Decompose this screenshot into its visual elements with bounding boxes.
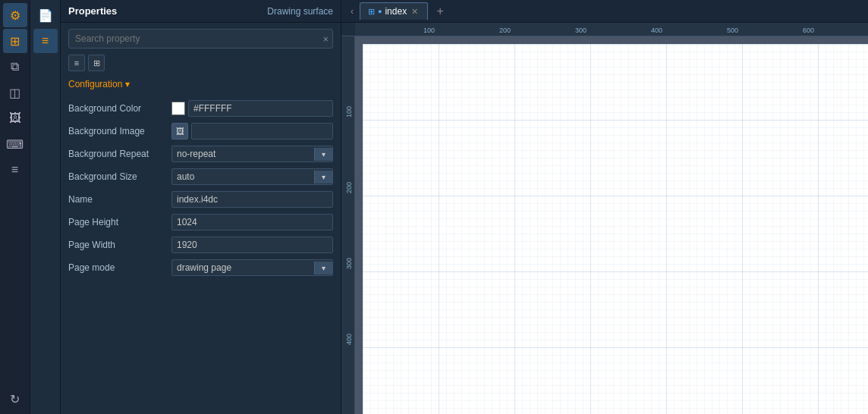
page-height-row: Page Height xyxy=(61,211,341,234)
ruler-tick-500: 500 xyxy=(727,27,738,34)
tab-index[interactable]: ⊞ ● index ✕ xyxy=(360,2,428,20)
page-width-row: Page Width xyxy=(61,234,341,256)
properties-subtitle: Drawing surface xyxy=(267,6,333,17)
bg-color-swatch[interactable] xyxy=(171,102,185,115)
view-icons: ≡ ⊞ xyxy=(61,55,341,76)
tab-index-close[interactable]: ✕ xyxy=(410,7,420,17)
page-height-control xyxy=(171,214,333,231)
ruler-left: 100 200 300 400 xyxy=(341,36,355,414)
ruler-tick-100: 100 xyxy=(423,27,435,34)
second-toolbar: 📄 ≡ xyxy=(30,0,61,414)
configuration-label[interactable]: Configuration ▾ xyxy=(68,79,333,89)
properties-list: Background Color Background Image 🖼 Back… xyxy=(61,94,341,414)
ruler-top: 100 200 300 400 500 600 700 xyxy=(341,23,868,36)
bg-repeat-label: Background Repeat xyxy=(68,149,167,159)
bg-repeat-arrow[interactable]: ▾ xyxy=(314,148,332,161)
grid-view-button[interactable]: ⊞ xyxy=(88,55,105,71)
bg-color-row: Background Color xyxy=(61,97,341,120)
bg-repeat-value: no-repeat xyxy=(172,146,314,162)
tab-back-arrow[interactable]: ‹ xyxy=(344,2,360,20)
page-mode-label: Page mode xyxy=(68,262,167,273)
properties-panel: Properties Drawing surface × ≡ ⊞ Configu… xyxy=(61,0,341,414)
bg-repeat-control: no-repeat ▾ xyxy=(171,146,333,162)
data-icon[interactable]: ≡ xyxy=(3,158,27,182)
bg-color-control xyxy=(171,100,333,117)
name-control xyxy=(171,191,333,208)
assets-icon[interactable]: 🖼 xyxy=(3,106,27,130)
name-input[interactable] xyxy=(171,191,333,208)
bg-color-label: Background Color xyxy=(68,103,167,114)
layers-icon[interactable]: ⧉ xyxy=(3,55,27,79)
search-container: × xyxy=(61,23,341,55)
bg-color-input[interactable] xyxy=(188,100,333,117)
bg-repeat-select[interactable]: no-repeat ▾ xyxy=(171,146,333,162)
refresh-icon[interactable]: ↻ xyxy=(3,387,27,411)
file-icon[interactable]: 📄 xyxy=(33,3,58,27)
search-clear-button[interactable]: × xyxy=(322,33,329,45)
tab-index-label: index xyxy=(385,6,407,17)
page-width-control xyxy=(171,237,333,253)
bg-size-arrow[interactable]: ▾ xyxy=(314,171,332,183)
page-mode-value: drawing page xyxy=(172,260,314,275)
bg-repeat-row: Background Repeat no-repeat ▾ xyxy=(61,143,341,165)
page-height-label: Page Height xyxy=(68,217,167,227)
name-label: Name xyxy=(68,194,167,205)
tab-add-button[interactable]: + xyxy=(431,2,449,20)
page-width-label: Page Width xyxy=(68,240,167,250)
canvas-area: 100 200 300 400 500 600 700 100 200 300 … xyxy=(341,23,868,414)
left-toolbar: ⚙ ⊞ ⧉ ◫ 🖼 ⌨ ≡ ↻ xyxy=(0,0,30,414)
page-mode-row: Page mode drawing page ▾ xyxy=(61,256,341,279)
bg-image-control: 🖼 xyxy=(171,123,333,140)
configuration-text: Configuration xyxy=(68,79,122,89)
ruler-tick-600: 600 xyxy=(803,27,814,34)
bg-image-label: Background Image xyxy=(68,126,167,136)
main-content: ‹ ⊞ ● index ✕ + 100 200 300 400 500 600 … xyxy=(341,0,868,414)
configuration-section: Configuration ▾ xyxy=(61,76,341,94)
ruler-tick-200: 200 xyxy=(499,27,511,34)
ruler-tick-v-400: 400 xyxy=(345,334,353,345)
configuration-arrow: ▾ xyxy=(125,79,130,89)
properties-header: Properties Drawing surface xyxy=(61,0,341,23)
bg-size-value: auto xyxy=(172,169,314,184)
properties-title: Properties xyxy=(68,5,117,17)
bg-image-picker-button[interactable]: 🖼 xyxy=(171,123,188,140)
page-mode-select[interactable]: drawing page ▾ xyxy=(171,259,333,276)
bg-image-input[interactable] xyxy=(191,123,333,140)
bg-image-row: Background Image 🖼 xyxy=(61,120,341,143)
tab-index-dot: ● xyxy=(378,8,382,15)
bg-size-row: Background Size auto ▾ xyxy=(61,165,341,188)
page-width-input[interactable] xyxy=(171,237,333,253)
page-mode-arrow[interactable]: ▾ xyxy=(314,262,332,274)
canvas-grid xyxy=(363,44,868,414)
name-row: Name xyxy=(61,188,341,211)
ruler-tick-v-300: 300 xyxy=(345,258,353,269)
canvas-viewport[interactable] xyxy=(355,36,868,414)
properties-panel-icon[interactable]: ≡ xyxy=(33,29,58,53)
ruler-tick-400: 400 xyxy=(651,27,662,34)
page-height-input[interactable] xyxy=(171,214,333,231)
ruler-tick-300: 300 xyxy=(575,27,587,34)
list-view-button[interactable]: ≡ xyxy=(68,55,85,71)
components-icon[interactable]: ◫ xyxy=(3,80,27,105)
bg-size-label: Background Size xyxy=(68,171,167,182)
scripts-icon[interactable]: ⌨ xyxy=(3,132,27,156)
bg-size-control: auto ▾ xyxy=(171,168,333,185)
ruler-tick-v-100: 100 xyxy=(345,106,353,118)
ruler-tick-v-200: 200 xyxy=(345,182,353,193)
settings-icon[interactable]: ⚙ xyxy=(3,3,27,27)
tab-index-icon: ⊞ xyxy=(368,7,375,17)
page-icon[interactable]: ⊞ xyxy=(3,29,27,53)
bg-size-select[interactable]: auto ▾ xyxy=(171,168,333,185)
search-input[interactable] xyxy=(68,29,333,49)
tabs-bar: ‹ ⊞ ● index ✕ + xyxy=(341,0,868,23)
page-mode-control: drawing page ▾ xyxy=(171,259,333,276)
